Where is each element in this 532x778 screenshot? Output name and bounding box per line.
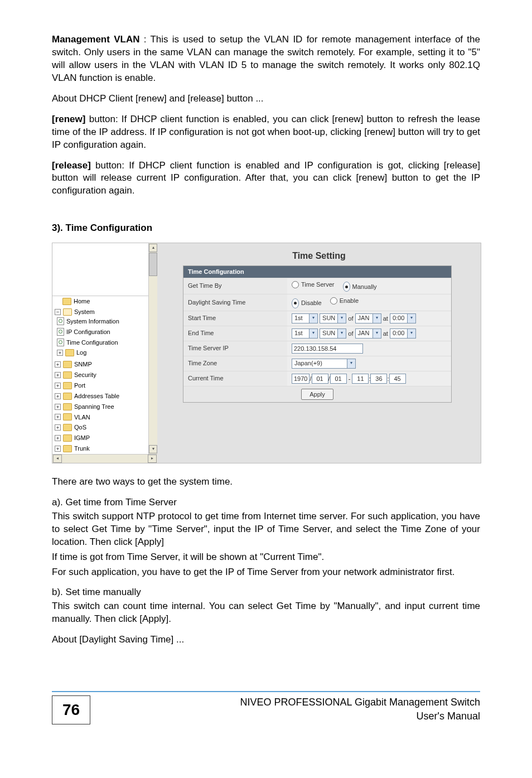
collapse-icon[interactable]: − (55, 309, 61, 315)
panel-header: Time Configuration (183, 266, 451, 278)
footer-manual-name: User's Manual (90, 709, 480, 723)
chevron-down-icon: ▾ (309, 329, 317, 338)
chevron-down-icon: ▾ (337, 329, 346, 338)
expand-icon[interactable]: + (55, 435, 61, 441)
start-time-select[interactable]: 0:00▾ (390, 313, 416, 323)
scroll-up-icon[interactable]: ▴ (149, 244, 157, 252)
current-minute-input[interactable]: 36 (370, 374, 387, 384)
expand-icon[interactable]: + (57, 350, 63, 356)
paragraph-two-ways: There are two ways to get the system tim… (52, 476, 480, 489)
folder-open-icon (63, 308, 72, 316)
radio-manually[interactable]: Manually (343, 282, 377, 292)
start-day-select[interactable]: SUN▾ (320, 313, 346, 323)
tree-system-label: System (74, 308, 95, 316)
scroll-thumb[interactable] (149, 253, 157, 276)
scroll-right-icon[interactable]: ▸ (148, 455, 157, 463)
folder-icon (63, 413, 72, 421)
tree-vlan[interactable]: +VLAN (55, 413, 148, 422)
end-ordinal-select[interactable]: 1st▾ (292, 328, 318, 339)
heading-get-time-from-server: a). Get time from Time Server (52, 496, 480, 509)
current-month-input[interactable]: 01 (312, 374, 328, 384)
tree-snmp[interactable]: +SNMP (55, 360, 148, 369)
time-configuration-form: Get Time By Time Server Manually Dayligh… (183, 278, 451, 403)
tree-log[interactable]: +Log (57, 349, 148, 357)
sep-dash: - (349, 375, 351, 382)
time-zone-select[interactable]: Japan(+9)▾ (292, 359, 356, 369)
paragraph-management-vlan: Management VLAN : This is used to setup … (52, 33, 480, 85)
paragraph-ntp: This switch support NTP protocol to get … (52, 510, 480, 549)
folder-icon (62, 298, 71, 305)
chevron-down-icon: ▾ (373, 314, 381, 323)
expand-icon[interactable]: + (55, 424, 61, 431)
chevron-down-icon: ▾ (309, 314, 317, 323)
tree-ip-configuration[interactable]: IP Configuration (57, 328, 148, 336)
radio-time-server[interactable]: Time Server (292, 281, 335, 289)
expand-icon[interactable]: + (55, 393, 61, 399)
label-management-vlan: Management VLAN (52, 34, 139, 45)
radio-dst-enable[interactable]: Enable (330, 297, 359, 305)
folder-icon (63, 403, 72, 410)
paragraph-admin-ip: For such application, you have to get th… (52, 566, 480, 579)
expand-icon[interactable]: + (55, 383, 61, 389)
footer-product-name: NIVEO PROFESSIONAL Gigabit Management Sw… (90, 695, 480, 709)
paragraph-manual: This switch can count time internal. You… (52, 600, 480, 626)
label-time-zone: Time Zone (183, 356, 287, 371)
end-time-select[interactable]: 0:00▾ (390, 328, 416, 339)
current-second-input[interactable]: 45 (389, 374, 406, 384)
chevron-down-icon: ▾ (337, 314, 346, 323)
text-at: at (383, 315, 388, 321)
paragraph-current-time: If time is got from Time Server, it will… (52, 551, 480, 564)
tree-home[interactable]: Home (55, 297, 148, 306)
start-month-select[interactable]: JAN▾ (355, 313, 381, 323)
tree-qos[interactable]: +QoS (55, 423, 148, 432)
chevron-down-icon: ▾ (407, 329, 415, 338)
tree-trunk[interactable]: +Trunk (55, 444, 148, 453)
expand-icon[interactable]: + (55, 372, 61, 378)
tree-vertical-scrollbar[interactable]: ▴ ▾ (148, 243, 157, 454)
current-day-input[interactable]: 01 (330, 374, 347, 384)
content-pane: Time Setting Time Configuration Get Time… (157, 243, 481, 463)
tree-addresses-table[interactable]: +Addresses Table (55, 392, 148, 400)
page-icon (57, 317, 64, 325)
scroll-left-icon[interactable]: ◂ (53, 455, 62, 463)
chevron-down-icon: ▾ (347, 359, 355, 368)
label-current-time: Current Time (183, 371, 287, 386)
nav-tree: Home −System System Information IP Confi… (52, 296, 148, 454)
tree-system[interactable]: −System (55, 308, 148, 316)
expand-icon[interactable]: + (55, 361, 61, 368)
heading-set-time-manually: b). Set time manually (52, 586, 480, 599)
tree-spanning-tree[interactable]: +Spanning Tree (55, 403, 148, 411)
radio-dst-disable[interactable]: Disable (292, 298, 322, 308)
nav-tree-pane: Home −System System Information IP Confi… (52, 243, 157, 463)
folder-icon (63, 393, 72, 400)
end-month-select[interactable]: JAN▾ (355, 328, 381, 339)
current-year-input[interactable]: 1970 (292, 374, 309, 384)
paragraph-renew: [renew] button: If DHCP client function … (52, 113, 480, 152)
start-ordinal-select[interactable]: 1st▾ (292, 313, 318, 323)
scroll-down-icon[interactable]: ▾ (149, 445, 157, 453)
time-server-ip-input[interactable]: 220.130.158.54 (292, 344, 363, 354)
end-day-select[interactable]: SUN▾ (320, 328, 346, 339)
radio-icon (330, 297, 337, 305)
page-icon (57, 339, 64, 346)
tree-horizontal-scrollbar[interactable]: ◂ ▸ (52, 454, 157, 463)
tree-system-information[interactable]: System Information (57, 317, 148, 326)
tree-security[interactable]: +Security (55, 371, 148, 379)
page-icon (57, 328, 64, 336)
text-at: at (383, 330, 388, 336)
apply-button[interactable]: Apply (301, 389, 333, 400)
tree-igmp[interactable]: +IGMP (55, 434, 148, 442)
text-renew: button: If DHCP client function is enabl… (52, 114, 480, 150)
expand-icon[interactable]: + (55, 404, 61, 410)
current-hour-input[interactable]: 11 (352, 374, 369, 384)
heading-time-configuration: 3). Time Configuration (52, 222, 480, 235)
label-end-time: End Time (183, 326, 287, 341)
tree-time-configuration[interactable]: Time Configuration (57, 339, 148, 347)
expand-icon[interactable]: + (55, 446, 61, 452)
tree-port[interactable]: +Port (55, 381, 148, 390)
label-get-time-by: Get Time By (183, 278, 287, 294)
label-release: [release] (52, 160, 91, 171)
label-start-time: Start Time (183, 311, 287, 326)
expand-icon[interactable]: + (55, 414, 61, 420)
folder-icon (65, 349, 74, 356)
